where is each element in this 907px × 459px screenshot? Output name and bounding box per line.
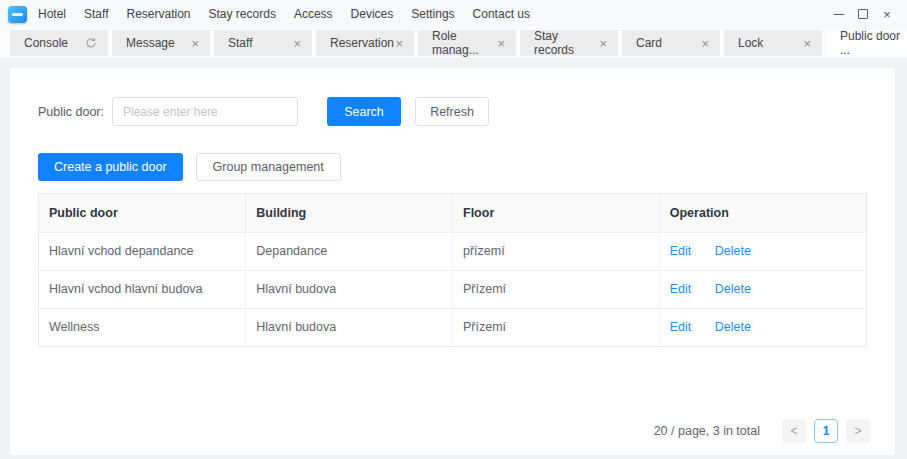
- column-header-public-door: Public door: [39, 194, 246, 232]
- tab-label: Lock: [738, 36, 763, 50]
- maximize-button[interactable]: [851, 2, 875, 26]
- table-header-row: Public door Building Floor Operation: [39, 194, 866, 232]
- close-icon[interactable]: ×: [701, 37, 709, 50]
- edit-link[interactable]: Edit: [670, 282, 692, 296]
- tab-label: Reservation: [330, 36, 394, 50]
- pagination-summary: 20 / page, 3 in total: [654, 424, 760, 438]
- public-door-label: Public door:: [38, 105, 104, 119]
- close-icon: ×: [883, 8, 891, 21]
- close-icon[interactable]: ×: [497, 37, 505, 50]
- table-row: Wellness Hlavní budova Přízemí Edit Dele…: [39, 308, 866, 346]
- column-header-floor: Floor: [453, 194, 660, 232]
- public-door-input[interactable]: [112, 97, 298, 126]
- tab-public-door[interactable]: Public door ...: [826, 30, 907, 56]
- tab-label: Stay records: [534, 29, 599, 57]
- delete-link[interactable]: Delete: [715, 244, 751, 258]
- cell-building: Hlavní budova: [246, 308, 453, 346]
- page-number-button[interactable]: 1: [814, 419, 838, 443]
- cell-public-door: Hlavní vchod depandance: [39, 232, 246, 270]
- cell-operation: Edit Delete: [659, 270, 866, 308]
- create-public-door-button[interactable]: Create a public door: [38, 153, 183, 181]
- menu-item-contact-us[interactable]: Contact us: [473, 7, 530, 21]
- close-icon[interactable]: ×: [395, 37, 403, 50]
- tab-lock[interactable]: Lock ×: [724, 30, 822, 56]
- main-menu: Hotel Staff Reservation Stay records Acc…: [38, 7, 530, 21]
- tab-console[interactable]: Console: [10, 30, 108, 56]
- search-button[interactable]: Search: [327, 97, 401, 126]
- tab-strip: Console Message × Staff × Reservation × …: [0, 28, 907, 58]
- cell-public-door: Wellness: [39, 308, 246, 346]
- delete-link[interactable]: Delete: [715, 282, 751, 296]
- content-area: Public door: Search Refresh Create a pub…: [0, 58, 907, 459]
- tab-card[interactable]: Card ×: [622, 30, 720, 56]
- public-door-panel: Public door: Search Refresh Create a pub…: [10, 68, 895, 455]
- tab-staff[interactable]: Staff ×: [214, 30, 312, 56]
- window-titlebar: Hotel Staff Reservation Stay records Acc…: [0, 0, 907, 28]
- toolbar-row: Create a public door Group management: [38, 153, 895, 181]
- menu-item-settings[interactable]: Settings: [411, 7, 454, 21]
- window-controls: ×: [827, 2, 907, 26]
- menu-item-staff[interactable]: Staff: [84, 7, 108, 21]
- cell-floor: Přízemí: [453, 308, 660, 346]
- maximize-icon: [858, 9, 868, 19]
- refresh-icon[interactable]: [85, 37, 97, 49]
- close-icon[interactable]: ×: [293, 37, 301, 50]
- menu-item-access[interactable]: Access: [294, 7, 333, 21]
- menu-item-stay-records[interactable]: Stay records: [209, 7, 276, 21]
- column-header-building: Building: [246, 194, 453, 232]
- tab-label: Card: [636, 36, 662, 50]
- tab-stay-records[interactable]: Stay records ×: [520, 30, 618, 56]
- cell-operation: Edit Delete: [659, 308, 866, 346]
- delete-link[interactable]: Delete: [715, 320, 751, 334]
- menu-item-hotel[interactable]: Hotel: [38, 7, 66, 21]
- table-row: Hlavní vchod depandance Depandance příze…: [39, 232, 866, 270]
- tab-label: Console: [24, 36, 68, 50]
- edit-link[interactable]: Edit: [670, 320, 692, 334]
- tab-label: Message: [126, 36, 175, 50]
- column-header-operation: Operation: [659, 194, 866, 232]
- tab-role-management[interactable]: Role manag... ×: [418, 30, 516, 56]
- next-page-button[interactable]: >: [846, 419, 870, 443]
- cell-floor: Přízemí: [453, 270, 660, 308]
- prev-page-button[interactable]: <: [782, 419, 806, 443]
- minimize-icon: [834, 14, 844, 15]
- cell-building: Hlavní budova: [246, 270, 453, 308]
- group-management-button[interactable]: Group management: [196, 153, 341, 181]
- menu-item-devices[interactable]: Devices: [351, 7, 394, 21]
- tab-label: Staff: [228, 36, 252, 50]
- menu-item-reservation[interactable]: Reservation: [126, 7, 190, 21]
- cell-public-door: Hlavní vchod hlavní budova: [39, 270, 246, 308]
- cell-operation: Edit Delete: [659, 232, 866, 270]
- close-icon[interactable]: ×: [599, 37, 607, 50]
- edit-link[interactable]: Edit: [670, 244, 692, 258]
- close-icon[interactable]: ×: [803, 37, 811, 50]
- tab-message[interactable]: Message ×: [112, 30, 210, 56]
- tab-label: Role manag...: [432, 29, 497, 57]
- table-row: Hlavní vchod hlavní budova Hlavní budova…: [39, 270, 866, 308]
- refresh-button[interactable]: Refresh: [415, 97, 489, 126]
- close-icon[interactable]: ×: [191, 37, 199, 50]
- close-window-button[interactable]: ×: [875, 2, 899, 26]
- cell-floor: přízemí: [453, 232, 660, 270]
- filter-row: Public door: Search Refresh: [38, 68, 895, 126]
- minimize-button[interactable]: [827, 2, 851, 26]
- tab-reservation[interactable]: Reservation ×: [316, 30, 414, 56]
- cell-building: Depandance: [246, 232, 453, 270]
- public-door-table: Public door Building Floor Operation Hla…: [38, 193, 867, 347]
- pagination: 20 / page, 3 in total < 1 >: [10, 419, 870, 443]
- app-logo-icon: [8, 6, 27, 23]
- tab-label: Public door ...: [840, 29, 907, 57]
